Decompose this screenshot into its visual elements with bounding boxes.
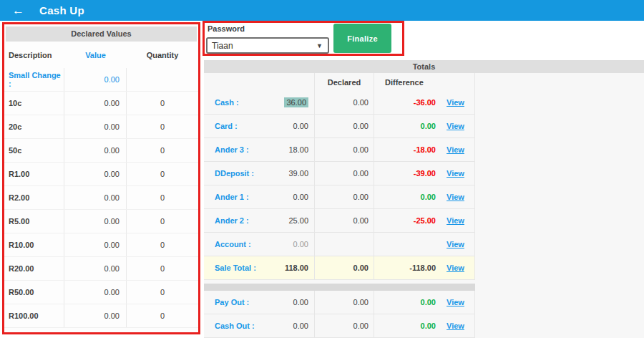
row-value[interactable]: 0.00 — [64, 139, 127, 162]
totals-cell-value: Ander 2 :25.00 — [204, 209, 315, 232]
app-bar: ← Cash Up — [0, 0, 644, 21]
row-declared: 0.00 — [315, 115, 374, 137]
row-declared: 0.00 — [315, 185, 374, 208]
totals-table: Declared Difference Cash :36.000.00-36.0… — [204, 73, 475, 338]
totals-cell-difference: View — [374, 233, 475, 256]
cash-up-screen: ← Cash Up Declared Values Description Va… — [0, 0, 644, 338]
row-value[interactable]: 0.00 — [64, 68, 127, 91]
row-declared: 0.00 — [315, 314, 374, 337]
row-label: Cash : — [215, 98, 239, 107]
row-value[interactable]: 0.00 — [64, 92, 127, 115]
view-link[interactable]: View — [436, 322, 474, 330]
totals-cell-difference: -39.00View — [374, 162, 475, 185]
row-difference: 0.00 — [374, 322, 436, 330]
row-value[interactable]: 0.00 — [64, 257, 127, 280]
row-declared: 0.00 — [315, 91, 374, 114]
declared-row: R50.000.000 — [4, 281, 198, 304]
row-label: Account : — [215, 240, 251, 248]
totals-cell-value: DDeposit :39.00 — [204, 162, 315, 185]
finalize-button[interactable]: Finalize — [333, 24, 391, 53]
totals-cell-difference: 0.00View — [374, 185, 475, 208]
declared-values-panel: Declared Values Description Value Quanti… — [2, 22, 200, 334]
row-quantity[interactable]: 0 — [127, 281, 198, 304]
row-description: 10c — [4, 92, 64, 115]
view-link[interactable]: View — [436, 98, 474, 107]
view-link[interactable]: View — [436, 122, 474, 130]
view-link[interactable]: View — [436, 298, 474, 306]
row-value[interactable]: 0.00 — [293, 122, 308, 130]
row-label: Card : — [215, 122, 238, 130]
totals-cell-value: Pay Out :0.00 — [204, 291, 315, 314]
view-link[interactable]: View — [436, 216, 474, 225]
totals-cell-value: Cash Out :0.00 — [204, 314, 315, 337]
chevron-down-icon: ▼ — [316, 42, 323, 49]
row-quantity[interactable]: 0 — [127, 92, 198, 115]
row-quantity[interactable]: 0 — [127, 163, 198, 185]
totals-row: Cash Out :0.000.000.00View — [204, 314, 475, 338]
row-difference: 0.00 — [374, 122, 436, 130]
row-description: Small Change : — [4, 68, 64, 91]
view-link[interactable]: View — [436, 145, 474, 154]
totals-row: Account :0.00View — [204, 233, 475, 256]
row-quantity[interactable]: 0 — [127, 233, 198, 256]
row-quantity[interactable]: 0 — [127, 115, 198, 138]
row-description: 20c — [4, 115, 64, 138]
row-quantity[interactable]: 0 — [127, 210, 198, 233]
back-arrow-icon[interactable]: ← — [12, 4, 24, 18]
view-link[interactable]: View — [436, 169, 474, 178]
declared-values-rows: Small Change :0.0010c0.00020c0.00050c0.0… — [4, 68, 198, 328]
totals-cell-value: Ander 1 :0.00 — [204, 185, 315, 208]
row-value[interactable]: 39.00 — [288, 169, 308, 178]
row-value[interactable]: 0.00 — [64, 281, 127, 304]
view-link[interactable]: View — [436, 240, 474, 248]
declared-row: Small Change :0.00 — [4, 68, 198, 92]
row-value[interactable]: 0.00 — [64, 210, 127, 233]
totals-cell-value: Card :0.00 — [204, 115, 315, 137]
view-link[interactable]: View — [436, 264, 474, 272]
row-value[interactable]: 0.00 — [293, 240, 308, 248]
totals-row: Cash :36.000.00-36.00View — [204, 91, 475, 115]
row-value[interactable]: 25.00 — [288, 216, 308, 225]
row-value[interactable]: 118.00 — [285, 264, 308, 272]
page-title: Cash Up — [39, 4, 84, 16]
row-quantity[interactable]: 0 — [127, 186, 198, 209]
column-header-difference: Difference — [374, 73, 475, 91]
row-quantity[interactable]: 0 — [127, 139, 198, 162]
row-value[interactable]: 0.00 — [64, 186, 127, 209]
row-description: R2.00 — [4, 186, 64, 209]
row-quantity[interactable] — [127, 68, 198, 91]
row-declared: 0.00 — [315, 162, 374, 185]
declared-row: R1.000.000 — [4, 163, 198, 186]
row-declared: 0.00 — [315, 209, 374, 232]
totals-cell-difference: 0.00View — [374, 314, 475, 337]
row-quantity[interactable]: 0 — [127, 304, 198, 327]
row-value[interactable]: 18.00 — [288, 145, 308, 154]
column-header-empty — [204, 73, 315, 91]
row-value[interactable]: 0.00 — [293, 193, 308, 201]
row-label: Pay Out : — [215, 298, 249, 306]
row-value[interactable]: 0.00 — [293, 298, 308, 306]
row-value[interactable]: 36.00 — [284, 97, 308, 107]
column-header-value: Value — [64, 51, 127, 59]
row-description: 50c — [4, 139, 64, 162]
row-value[interactable]: 0.00 — [64, 304, 127, 327]
password-finalize-section: Password Tiaan ▼ Finalize — [203, 21, 404, 56]
row-difference: -25.00 — [374, 216, 436, 225]
totals-row: Pay Out :0.000.000.00View — [204, 291, 475, 314]
row-declared — [315, 233, 374, 256]
totals-cell-value: Cash :36.00 — [204, 91, 315, 114]
row-description: R10.00 — [4, 233, 64, 256]
row-quantity[interactable]: 0 — [127, 257, 198, 280]
totals-cell-difference: 0.00View — [374, 115, 475, 137]
row-value[interactable]: 0.00 — [64, 115, 127, 138]
password-dropdown[interactable]: Tiaan ▼ — [206, 37, 329, 54]
row-difference: -36.00 — [374, 98, 436, 107]
totals-row: Card :0.000.000.00View — [204, 115, 475, 138]
view-link[interactable]: View — [436, 193, 474, 201]
row-difference: -18.00 — [374, 145, 436, 154]
row-value[interactable]: 0.00 — [64, 163, 127, 185]
row-value[interactable]: 0.00 — [293, 322, 308, 330]
declared-values-title: Declared Values — [6, 26, 197, 42]
row-label: Sale Total : — [215, 264, 256, 272]
row-value[interactable]: 0.00 — [64, 233, 127, 256]
